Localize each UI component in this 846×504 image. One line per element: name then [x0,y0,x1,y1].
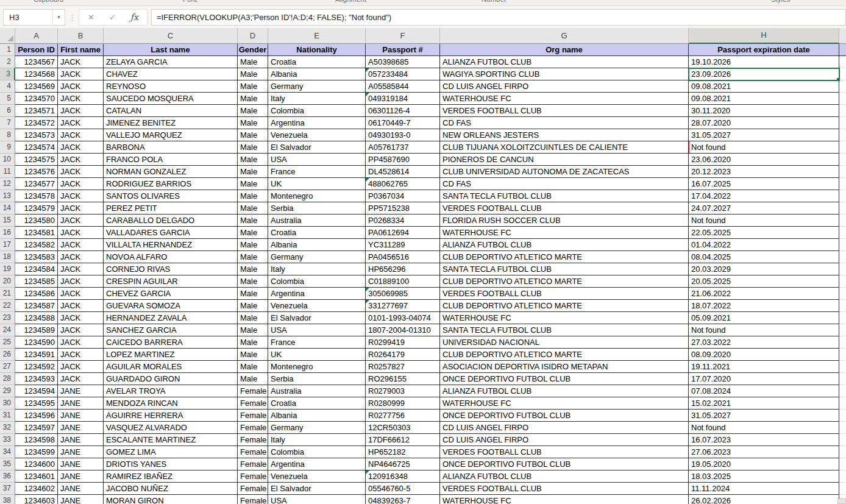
cell-person-id[interactable]: 1234598 [15,434,58,446]
cell-last-name[interactable]: MORAN GIRON [104,495,238,504]
cell-nationality[interactable]: UK [268,178,366,190]
cell-nationality[interactable]: USA [268,495,366,504]
cell-last-name[interactable]: SANTOS OLIVARES [104,190,238,202]
cell-expiration[interactable]: 27.03.2022 [689,336,839,349]
cell-org-name[interactable]: CD FAS [440,178,689,190]
cell-first-name[interactable]: JACK [58,80,104,93]
cell-gender[interactable]: Male [238,324,268,336]
cell-expiration[interactable]: 31.05.2027 [689,129,839,141]
cell-passport[interactable]: DL4528614 [366,166,440,178]
cell-nationality[interactable]: Serbia [268,202,366,215]
cell-gender[interactable]: Female [238,483,268,495]
cell-expiration[interactable]: 16.07.2025 [689,178,839,190]
cell-gender[interactable]: Male [238,275,268,288]
cell-passport[interactable]: 331277697 [366,300,440,312]
cell-person-id[interactable]: 1234591 [15,349,58,361]
cell-nationality[interactable]: Croatia [268,227,366,239]
cell-nationality[interactable]: Serbia [268,373,366,385]
row-header-3[interactable]: 3 [0,68,15,80]
row-header-5[interactable]: 5 [0,93,15,105]
cell-person-id[interactable]: 1234576 [15,166,58,178]
cell-org-name[interactable]: VERDES FOOTBALL CLUB [440,446,689,458]
cell-org-name[interactable]: WATERHOUSE FC [440,227,689,239]
cell-passport[interactable]: R0280999 [366,397,440,410]
cell-gender[interactable]: Male [238,336,268,349]
cell-expiration[interactable]: 26.02.2026 [689,495,839,504]
row-header-38[interactable]: 38 [0,495,15,504]
cell-first-name[interactable]: JACK [58,202,104,215]
cell-person-id[interactable]: 1234571 [15,105,58,117]
cell-last-name[interactable]: BARBONA [104,141,238,154]
column-header-A[interactable]: A [15,28,58,44]
cell-org-name[interactable]: ONCE DEPORTIVO FUTBOL CLUB [440,458,689,470]
cell-expiration[interactable]: 17.07.2020 [689,373,839,385]
cell-passport[interactable]: R0279003 [366,385,440,397]
row-header-24[interactable]: 24 [0,324,15,336]
cell-passport[interactable]: A50398685 [366,56,440,68]
cell-org-name[interactable]: NEW ORLEANS JESTERS [440,129,689,141]
cell-last-name[interactable]: RODRIGUEZ BARRIOS [104,178,238,190]
cell-person-id[interactable]: 1234570 [15,93,58,105]
cell-gender[interactable]: Male [238,154,268,166]
cell-last-name[interactable]: JIMENEZ BENITEZ [104,117,238,129]
cell-nationality[interactable]: Albania [268,239,366,251]
cell-gender[interactable]: Female [238,422,268,434]
enter-icon[interactable]: ✓ [109,13,116,22]
cell-last-name[interactable]: CARABALLO DELGADO [104,215,238,227]
cell-person-id[interactable]: 1234575 [15,154,58,166]
row-header-9[interactable]: 9 [0,141,15,154]
row-header-6[interactable]: 6 [0,105,15,117]
cell-first-name[interactable]: JACK [58,263,104,275]
cell-passport[interactable]: YC311289 [366,239,440,251]
cell-org-name[interactable]: CLUB DEPORTIVO ATLETICO MARTE [440,275,689,288]
cell-gender[interactable]: Male [238,361,268,373]
cell-gender[interactable]: Male [238,227,268,239]
cell-nationality[interactable]: El Salvador [268,483,366,495]
cell-person-id[interactable]: 1234573 [15,129,58,141]
row-header-8[interactable]: 8 [0,129,15,141]
table-header-1[interactable]: Person ID [15,44,58,56]
cell-last-name[interactable]: CAICEDO BARRERA [104,336,238,349]
cell-person-id[interactable]: 1234567 [15,56,58,68]
cell-gender[interactable]: Female [238,397,268,410]
cell-expiration[interactable]: Not found [689,215,839,227]
cell-last-name[interactable]: ZELAYA GARCIA [104,56,238,68]
cell-first-name[interactable]: JANE [58,495,104,504]
table-header-4[interactable]: Gender [238,44,268,56]
cell-nationality[interactable]: Italy [268,263,366,275]
cell-expiration[interactable]: 08.09.2020 [689,349,839,361]
cell-first-name[interactable]: JACK [58,312,104,324]
row-header-29[interactable]: 29 [0,385,15,397]
select-all-corner[interactable] [0,28,15,44]
row-header-35[interactable]: 35 [0,458,15,470]
cell-org-name[interactable]: SANTA TECLA FUTBOL CLUB [440,263,689,275]
cell-passport[interactable]: RO296155 [366,373,440,385]
cell-expiration[interactable]: 22.05.2025 [689,227,839,239]
cell-org-name[interactable]: WATERHOUSE FC [440,312,689,324]
cell-org-name[interactable]: SANTA TECLA FUTBOL CLUB [440,324,689,336]
cell-last-name[interactable]: VALLEJO MARQUEZ [104,129,238,141]
cell-gender[interactable]: Male [238,190,268,202]
cell-expiration[interactable]: 24.07.2027 [689,202,839,215]
cell-person-id[interactable]: 1234583 [15,251,58,263]
cell-org-name[interactable]: WATERHOUSE FC [440,397,689,410]
cell-nationality[interactable]: Germany [268,80,366,93]
row-header-26[interactable]: 26 [0,349,15,361]
cell-gender[interactable]: Male [238,215,268,227]
row-header-34[interactable]: 34 [0,446,15,458]
cell-first-name[interactable]: JACK [58,288,104,300]
cell-org-name[interactable]: UNIVERSIDAD NACIONAL [440,336,689,349]
cell-gender[interactable]: Male [238,300,268,312]
cell-last-name[interactable]: NORMAN GONZALEZ [104,166,238,178]
cell-last-name[interactable]: AGUIRRE HERRERA [104,410,238,422]
cell-last-name[interactable]: VASQUEZ ALVARADO [104,422,238,434]
column-header-B[interactable]: B [58,28,104,44]
cell-last-name[interactable]: GUARDADO GIRON [104,373,238,385]
cell-last-name[interactable]: VALLADARES GARCIA [104,227,238,239]
cell-first-name[interactable]: JANE [58,470,104,483]
row-header-1[interactable]: 1 [0,44,15,56]
cell-expiration[interactable]: 01.04.2022 [689,239,839,251]
cell-gender[interactable]: Male [238,166,268,178]
cell-first-name[interactable]: JACK [58,154,104,166]
cell-first-name[interactable]: JANE [58,458,104,470]
